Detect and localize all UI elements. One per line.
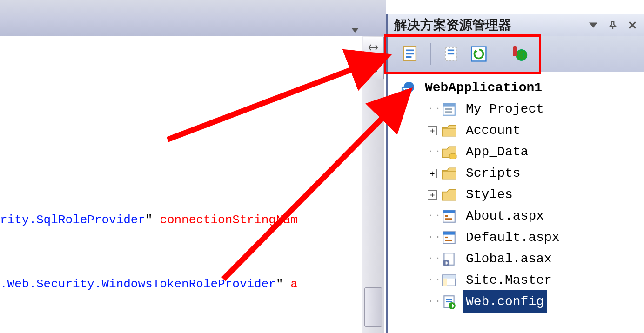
editor-tabstrip — [0, 0, 386, 36]
folder-icon — [441, 123, 457, 138]
scroll-thumb[interactable] — [364, 287, 382, 327]
tree-item-label: Web.config — [463, 290, 547, 313]
aspnet-config-button[interactable] — [509, 43, 530, 65]
editor-scrollbar[interactable] — [362, 36, 384, 333]
solution-explorer-pane: 解决方案资源管理器 WebApplication1 ··· My Project — [386, 14, 644, 333]
appdata-icon — [441, 145, 457, 160]
scroll-up-button[interactable] — [363, 58, 384, 79]
tree-item-scripts[interactable]: + Scripts — [400, 163, 644, 184]
editor-split-handle[interactable] — [363, 37, 384, 58]
toolbar-separator — [430, 43, 431, 65]
pane-menu-button[interactable] — [587, 19, 600, 32]
tree-item-sitemaster[interactable]: ··· Site.Master — [400, 270, 644, 291]
aspx-icon — [441, 209, 457, 224]
config-icon — [441, 294, 457, 309]
code-line: .Web.Security.WindowsTokenRoleProvider" … — [0, 273, 382, 295]
tree-item-my-project[interactable]: ··· My Project — [400, 99, 644, 120]
tree-item-label: Scripts — [463, 162, 523, 185]
properties-button[interactable] — [400, 43, 421, 65]
tree-item-global[interactable]: ··· Global.asax — [400, 248, 644, 270]
code-line: rity.SqlRoleProvider" connectionStringNa… — [0, 209, 382, 231]
solution-toolbar — [388, 36, 644, 72]
app-root: rity.SqlRoleProvider" connectionStringNa… — [0, 0, 644, 333]
vbproj-icon — [400, 80, 416, 95]
folder-icon — [441, 166, 457, 181]
tree-item-appdata[interactable]: ··· App_Data — [400, 141, 644, 163]
tree-item-label: My Project — [463, 98, 547, 121]
tree-item-default[interactable]: ··· Default.aspx — [400, 227, 644, 248]
tree-item-about[interactable]: ··· About.aspx — [400, 206, 644, 227]
solution-explorer-title: 解决方案资源管理器 — [394, 16, 511, 34]
tab-overflow-button[interactable] — [351, 28, 359, 33]
tree-item-label: About.aspx — [463, 205, 547, 228]
tree-item-label: Account — [463, 119, 523, 142]
refresh-button[interactable] — [468, 43, 490, 65]
tree-item-webconfig[interactable]: ··· Web.config — [400, 291, 644, 313]
folder-icon — [441, 187, 457, 202]
tree-item-label: App_Data — [463, 140, 531, 164]
toolbar-separator — [499, 43, 499, 65]
tree-item-label: Site.Master — [463, 269, 555, 292]
solution-tree[interactable]: WebApplication1 ··· My Project + Account… — [388, 72, 644, 313]
tree-root[interactable]: WebApplication1 — [400, 77, 644, 99]
tree-item-label: Default.aspx — [463, 226, 563, 249]
code-editor[interactable]: rity.SqlRoleProvider" connectionStringNa… — [0, 36, 384, 333]
expand-toggle[interactable]: + — [428, 190, 437, 200]
master-icon — [441, 273, 457, 288]
tree-item-label: Styles — [463, 183, 516, 206]
props-icon — [441, 102, 457, 117]
tree-item-label: Global.asax — [463, 247, 555, 271]
asax-icon — [441, 252, 457, 266]
tree-root-label: WebApplication1 — [422, 76, 545, 100]
show-all-files-button[interactable] — [440, 43, 462, 65]
pane-pin-button[interactable] — [606, 19, 619, 32]
tree-item-styles[interactable]: + Styles — [400, 184, 644, 206]
pane-close-button[interactable] — [626, 19, 639, 32]
solution-explorer-titlebar[interactable]: 解决方案资源管理器 — [388, 14, 644, 36]
expand-toggle[interactable]: + — [428, 169, 437, 178]
aspx-icon — [441, 230, 457, 245]
expand-toggle[interactable]: + — [428, 126, 437, 135]
tree-item-account[interactable]: + Account — [400, 120, 644, 141]
